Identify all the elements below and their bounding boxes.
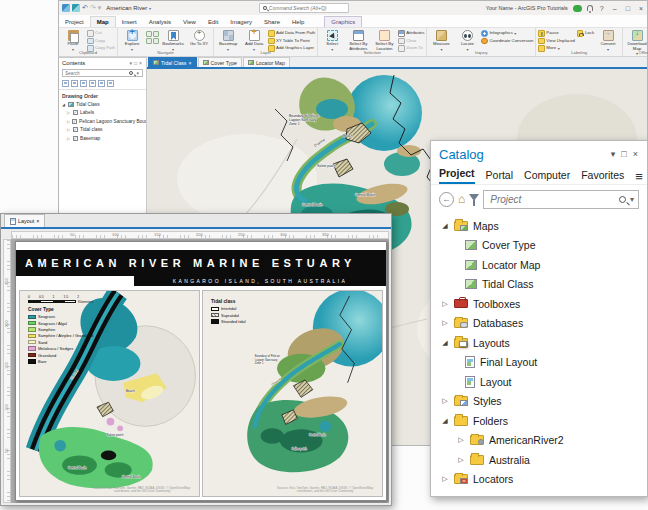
- copy-button[interactable]: Copy: [87, 38, 115, 45]
- layout-canvas[interactable]: AMERICAN RIVER MARINE ESTUARY KANGAROO I…: [11, 239, 389, 503]
- back-icon[interactable]: ←: [439, 192, 454, 207]
- search-dropdown-icon[interactable]: ▾: [630, 195, 634, 204]
- select-button[interactable]: Select▾: [320, 29, 344, 51]
- catalog-tab-project[interactable]: Project: [439, 167, 475, 184]
- attributes-button[interactable]: Attributes: [398, 30, 424, 37]
- tidal-class-map-frame[interactable]: Boundary of Pelican Lagoon Sanctuary Zon…: [202, 290, 383, 497]
- bookmarks-button[interactable]: Bookmarks▾: [161, 29, 185, 51]
- basemap-button[interactable]: Basemap▾: [216, 29, 240, 51]
- tree-item-databases[interactable]: ▷ Databases: [431, 314, 647, 334]
- explore-button[interactable]: Explore▾: [120, 29, 144, 51]
- tree-item-locators[interactable]: ▷ Locators: [431, 470, 647, 490]
- tree-item-americanriver2[interactable]: ▷ AmericanRiver2: [431, 431, 647, 451]
- tab-project[interactable]: Project: [59, 17, 90, 27]
- list-by-labeling-icon[interactable]: [107, 80, 114, 87]
- coordinate-conversion-button[interactable]: Coordinate Conversion: [481, 38, 533, 45]
- convert-labels-button[interactable]: Convert▾: [596, 29, 620, 51]
- contents-search-box[interactable]: ▾: [62, 69, 143, 77]
- select-by-location-button[interactable]: Select By Location: [372, 29, 396, 51]
- save-icon[interactable]: [62, 4, 70, 12]
- tree-item-cover-type[interactable]: Cover Type: [431, 236, 647, 256]
- project-icon[interactable]: [72, 4, 80, 12]
- tree-item-final-layout[interactable]: Final Layout: [431, 353, 647, 373]
- layer-checkbox[interactable]: ✓: [73, 136, 78, 141]
- panel-menu-icon[interactable]: ▾: [608, 149, 619, 159]
- account-status-badge[interactable]: [573, 5, 582, 12]
- tree-item-australia[interactable]: ▷ Australia: [431, 450, 647, 470]
- tab-analysis[interactable]: Analysis: [143, 17, 177, 27]
- panel-float-icon[interactable]: □: [618, 149, 629, 159]
- next-extent-icon[interactable]: [153, 38, 159, 44]
- select-by-attributes-button[interactable]: Select By Attributes: [346, 29, 370, 51]
- tab-view[interactable]: View: [177, 17, 202, 27]
- contents-search-input[interactable]: [65, 71, 127, 76]
- list-by-drawing-order-icon[interactable]: [62, 80, 69, 87]
- close-button[interactable]: ×: [637, 5, 645, 12]
- catalog-tab-portal[interactable]: Portal: [486, 169, 513, 184]
- tab-edit[interactable]: Edit: [202, 17, 224, 27]
- layer-row-basemap[interactable]: ▷ ✓ Basemap: [59, 134, 146, 143]
- paste-button[interactable]: Paste▾: [61, 29, 85, 51]
- catalog-menu-icon[interactable]: ≡: [635, 170, 643, 184]
- catalog-tab-favorites[interactable]: Favorites: [581, 169, 624, 184]
- pause-labels-button[interactable]: Pause: [538, 30, 575, 37]
- tree-item-tidal-class[interactable]: Tidal Class: [431, 275, 647, 295]
- tab-graphics-contextual[interactable]: Graphics: [324, 16, 362, 27]
- add-data-button[interactable]: Add Data▾: [242, 29, 266, 51]
- xy-table-to-point-button[interactable]: XY Table To Point: [268, 38, 315, 45]
- view-tab-tidal-class[interactable]: Tidal Class ×: [148, 57, 197, 67]
- clear-button[interactable]: Clear: [398, 38, 424, 45]
- list-by-editing-icon[interactable]: [89, 80, 96, 87]
- layer-row-tidal-class[interactable]: ▷ ✓ Tidal class: [59, 126, 146, 135]
- cover-type-map-frame[interactable]: Channel Beach Saline patch Central Basin…: [19, 290, 200, 497]
- layout-page[interactable]: AMERICAN RIVER MARINE ESTUARY KANGAROO I…: [15, 241, 387, 501]
- measure-button[interactable]: Measure▾: [429, 29, 453, 51]
- redo-button[interactable]: ↷: [90, 4, 96, 12]
- close-view-icon[interactable]: ×: [188, 60, 191, 66]
- fixed-zoom-in-icon[interactable]: [153, 31, 159, 37]
- cut-button[interactable]: Cut: [87, 30, 115, 37]
- tree-item-layout[interactable]: Layout: [431, 372, 647, 392]
- layer-checkbox[interactable]: ✓: [73, 127, 78, 132]
- tab-share[interactable]: Share: [258, 17, 286, 27]
- infographics-button[interactable]: Infographics▾: [481, 30, 533, 37]
- view-tab-locator-map[interactable]: Locator Map: [243, 57, 290, 67]
- go-to-xy-button[interactable]: Go To XY: [187, 29, 211, 47]
- view-unplaced-button[interactable]: View Unplaced: [538, 38, 575, 45]
- qat-dropdown-icon[interactable]: ▾: [98, 4, 102, 12]
- tab-map[interactable]: Map: [90, 16, 116, 27]
- list-by-snapping-icon[interactable]: [98, 80, 105, 87]
- project-name-menu[interactable]: American River ▾: [106, 5, 151, 11]
- panel-close-icon[interactable]: ×: [138, 60, 143, 66]
- command-search-input[interactable]: [269, 5, 345, 11]
- maximize-button[interactable]: □: [624, 5, 632, 12]
- tree-item-layouts[interactable]: ◢ Layouts: [431, 333, 647, 353]
- notifications-bell-icon[interactable]: [587, 5, 593, 11]
- layout-view-tab[interactable]: Layout ×: [4, 214, 45, 227]
- filter-icon[interactable]: [469, 194, 479, 201]
- tab-help[interactable]: Help: [286, 17, 310, 27]
- layer-row-map[interactable]: ◢ Tidal Class: [59, 100, 146, 109]
- panel-close-icon[interactable]: ×: [630, 149, 641, 159]
- list-by-data-source-icon[interactable]: [71, 80, 78, 87]
- close-layout-icon[interactable]: ×: [36, 218, 39, 224]
- lock-labels-button[interactable]: Lock: [577, 30, 594, 37]
- tree-item-styles[interactable]: ▷ Styles: [431, 392, 647, 412]
- tree-item-folders[interactable]: ◢ Folders: [431, 411, 647, 431]
- tab-insert[interactable]: Insert: [116, 17, 143, 27]
- full-extent-icon[interactable]: [146, 31, 152, 37]
- minimize-button[interactable]: –: [611, 5, 619, 12]
- layer-checkbox[interactable]: ✓: [73, 110, 78, 115]
- layer-row-pelican-boundary[interactable]: ▷ ✓ Pelican Lagoon Sanctuary Boundary: [59, 117, 146, 126]
- layer-checkbox[interactable]: ✓: [72, 119, 77, 124]
- catalog-search-input[interactable]: [488, 193, 615, 206]
- command-search-box[interactable]: [259, 3, 349, 13]
- previous-extent-icon[interactable]: [146, 38, 152, 44]
- view-tab-cover-type[interactable]: Cover Type: [198, 57, 242, 67]
- layer-row-labels[interactable]: ▷ ✓ Labels: [59, 109, 146, 118]
- help-button[interactable]: ?: [598, 5, 606, 12]
- catalog-search-box[interactable]: ▾: [483, 190, 639, 209]
- home-icon[interactable]: ⌂: [458, 193, 465, 205]
- undo-button[interactable]: ↶: [82, 4, 88, 12]
- tree-item-toolboxes[interactable]: ▷ Toolboxes: [431, 294, 647, 314]
